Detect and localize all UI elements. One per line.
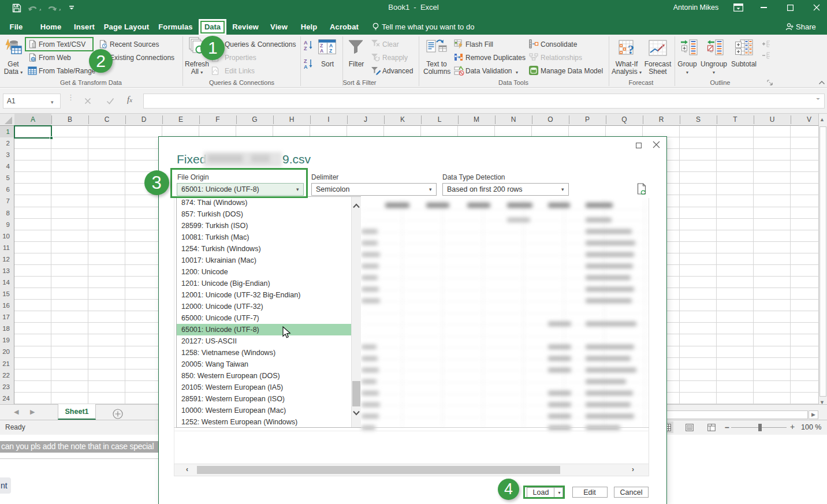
- svg-text:Z: Z: [329, 48, 332, 54]
- svg-text:Z: Z: [304, 58, 307, 64]
- svg-text:A: A: [304, 64, 308, 70]
- svg-text:A: A: [320, 48, 323, 54]
- svg-text:?: ?: [628, 42, 634, 56]
- svg-text:Z: Z: [304, 46, 307, 51]
- svg-text:A: A: [304, 40, 308, 46]
